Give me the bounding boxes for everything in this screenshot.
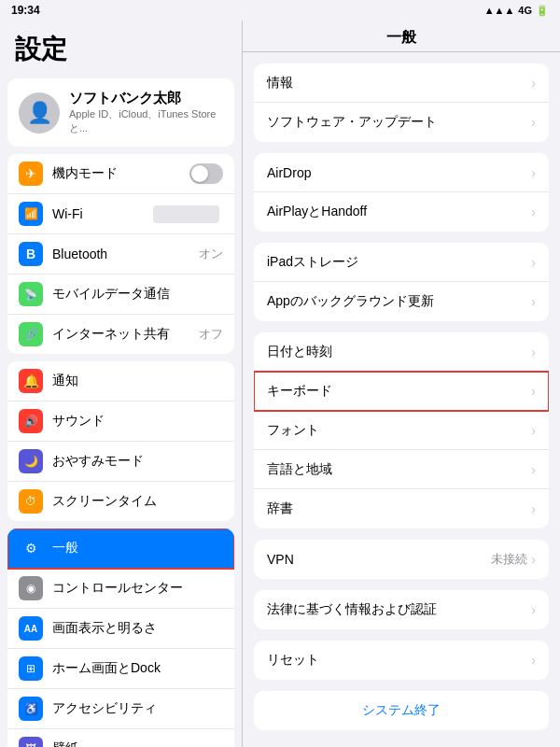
detail-group-shutdown: システム終了 [254, 691, 549, 730]
sidebar-item-homescreen[interactable]: ⊞ ホーム画面とDock [7, 649, 234, 689]
detail-item-info-label: 情報 [267, 75, 531, 92]
accessibility-icon: ♿ [19, 697, 43, 721]
sidebar-item-general[interactable]: ⚙ 一般 [7, 529, 234, 569]
detail-item-keyboard[interactable]: キーボード › [254, 372, 549, 411]
chevron-icon: › [531, 602, 536, 617]
detail-item-info[interactable]: 情報 › [254, 63, 549, 103]
detail-item-legal[interactable]: 法律に基づく情報および認証 › [254, 590, 549, 629]
sidebar-item-donotdisturb-label: おやすみモード [52, 453, 223, 470]
detail-item-softwareupdate[interactable]: ソフトウェア・アップデート › [254, 103, 549, 142]
sidebar-item-mobile-label: モバイルデータ通信 [52, 286, 223, 303]
user-profile[interactable]: 👤 ソフトバンク太郎 Apple ID、iCloud、iTunes Storeと… [7, 78, 234, 147]
detail-group-legal: 法律に基づく情報および認証 › [254, 590, 549, 629]
detail-item-dictionary[interactable]: 辞書 › [254, 489, 549, 529]
controlcenter-icon: ◉ [19, 576, 43, 600]
vpn-value: 未接続 [491, 551, 527, 568]
sidebar-item-bluetooth-label: Bluetooth [52, 247, 189, 261]
detail-item-reset[interactable]: リセット › [254, 641, 549, 680]
detail-item-dictionary-label: 辞書 [267, 500, 531, 517]
chevron-icon: › [531, 462, 536, 477]
detail-item-backgroundapp[interactable]: Appのバックグラウンド更新 › [254, 282, 549, 321]
sidebar-item-wallpaper-label: 壁紙 [52, 740, 223, 747]
chevron-icon: › [531, 115, 536, 130]
user-info: ソフトバンク太郎 Apple ID、iCloud、iTunes Storeと..… [69, 90, 223, 135]
sidebar-item-display[interactable]: AA 画面表示と明るさ [7, 609, 234, 649]
chevron-icon: › [531, 255, 536, 270]
detail-item-datetime[interactable]: 日付と時刻 › [254, 332, 549, 372]
sidebar-item-hotspot-label: インターネット共有 [52, 326, 189, 343]
detail-panel: 一般 情報 › ソフトウェア・アップデート › AirDrop › AirPla… [243, 21, 560, 747]
chevron-icon: › [531, 384, 536, 399]
detail-item-backgroundapp-label: Appのバックグラウンド更新 [267, 293, 531, 310]
homescreen-icon: ⊞ [19, 656, 43, 681]
sidebar-item-airplane-label: 機内モード [52, 165, 180, 182]
sidebar-item-wifi-label: Wi-Fi [52, 206, 144, 221]
sidebar-item-homescreen-label: ホーム画面とDock [52, 660, 223, 677]
wifi-value [153, 205, 219, 223]
display-icon: AA [19, 616, 43, 641]
chevron-icon: › [531, 423, 536, 438]
sidebar: 設定 👤 ソフトバンク太郎 Apple ID、iCloud、iTunes Sto… [0, 21, 243, 747]
status-time: 19:34 [11, 4, 40, 17]
sidebar-item-hotspot[interactable]: 🔗 インターネット共有 オフ [7, 315, 234, 354]
sidebar-item-donotdisturb[interactable]: 🌙 おやすみモード [7, 442, 234, 482]
status-right: ▲▲▲ 4G 🔋 [484, 5, 549, 17]
detail-item-airdrop-label: AirDrop [267, 165, 531, 180]
hotspot-icon: 🔗 [19, 322, 43, 346]
sidebar-item-controlcenter[interactable]: ◉ コントロールセンター [7, 569, 234, 609]
mobile-icon: 📡 [19, 282, 43, 306]
detail-item-ipadstorage-label: iPadストレージ [267, 254, 531, 271]
notifications-icon: 🔔 [19, 369, 43, 393]
sidebar-item-screentime-label: スクリーンタイム [52, 493, 223, 510]
bluetooth-icon: B [19, 242, 43, 266]
detail-group-storage: iPadストレージ › Appのバックグラウンド更新 › [254, 243, 549, 321]
detail-item-airplay-label: AirPlayとHandoff [267, 204, 531, 220]
sidebar-item-mobile[interactable]: 📡 モバイルデータ通信 [7, 275, 234, 315]
general-icon: ⚙ [19, 536, 43, 560]
detail-item-vpn[interactable]: VPN 未接続 › [254, 540, 549, 579]
settings-group-display: ⚙ 一般 ◉ コントロールセンター AA 画面表示と明るさ ⊞ ホーム画面とDo… [7, 529, 234, 747]
airplane-toggle[interactable] [189, 163, 223, 184]
detail-item-fonts-label: フォント [267, 422, 531, 439]
detail-item-keyboard-label: キーボード [267, 383, 531, 400]
detail-item-airplay[interactable]: AirPlayとHandoff › [254, 192, 549, 232]
sidebar-title: 設定 [15, 32, 227, 67]
sidebar-item-wallpaper[interactable]: 🖼 壁紙 [7, 729, 234, 747]
avatar: 👤 [19, 92, 60, 134]
sidebar-item-screentime[interactable]: ⏱ スクリーンタイム [7, 482, 234, 521]
chevron-icon: › [531, 501, 536, 516]
bluetooth-value: オン [199, 246, 223, 262]
sidebar-item-accessibility[interactable]: ♿ アクセシビリティ [7, 689, 234, 729]
sidebar-item-wifi[interactable]: 📶 Wi-Fi [7, 194, 234, 234]
detail-item-ipadstorage[interactable]: iPadストレージ › [254, 243, 549, 282]
detail-header: 一般 [243, 21, 560, 52]
status-bar: 19:34 ▲▲▲ 4G 🔋 [0, 0, 560, 21]
detail-item-language[interactable]: 言語と地域 › [254, 450, 549, 489]
chevron-icon: › [531, 204, 536, 219]
detail-item-language-label: 言語と地域 [267, 461, 531, 478]
chevron-icon: › [531, 165, 536, 180]
user-name: ソフトバンク太郎 [69, 90, 223, 107]
user-sub: Apple ID、iCloud、iTunes Storeと... [69, 107, 223, 135]
sidebar-item-notifications[interactable]: 🔔 通知 [7, 361, 234, 402]
detail-item-fonts[interactable]: フォント › [254, 411, 549, 450]
sidebar-item-sounds[interactable]: 🔊 サウンド [7, 402, 234, 442]
detail-item-shutdown[interactable]: システム終了 [254, 691, 549, 730]
settings-group-system: 🔔 通知 🔊 サウンド 🌙 おやすみモード ⏱ スクリーンタイム [7, 361, 234, 521]
airplane-icon: ✈ [19, 162, 43, 186]
chevron-icon: › [531, 76, 536, 91]
sidebar-item-airplane[interactable]: ✈ 機内モード [7, 154, 234, 194]
wallpaper-icon: 🖼 [19, 737, 43, 747]
sidebar-item-notifications-label: 通知 [52, 373, 223, 389]
sidebar-item-bluetooth[interactable]: B Bluetooth オン [7, 234, 234, 275]
chevron-icon: › [531, 345, 536, 359]
chevron-icon: › [531, 653, 536, 668]
detail-item-legal-label: 法律に基づく情報および認証 [267, 601, 531, 618]
chevron-icon: › [531, 552, 536, 567]
sidebar-header: 設定 [0, 21, 242, 75]
sidebar-item-controlcenter-label: コントロールセンター [52, 580, 223, 597]
detail-item-reset-label: リセット [267, 652, 531, 669]
detail-item-airdrop[interactable]: AirDrop › [254, 153, 549, 192]
wifi-icon: 📶 [19, 202, 43, 226]
main-container: 設定 👤 ソフトバンク太郎 Apple ID、iCloud、iTunes Sto… [0, 21, 560, 747]
